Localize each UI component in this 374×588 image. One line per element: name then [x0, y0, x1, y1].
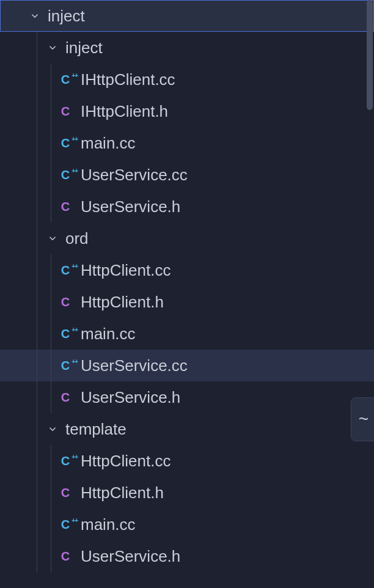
- cpp-file-icon: C: [56, 136, 75, 150]
- file-label: UserService.h: [81, 388, 180, 407]
- cpp-file-icon: C: [56, 327, 75, 341]
- tree-file[interactable]: C IHttpClient.h: [0, 95, 374, 127]
- chevron-down-icon[interactable]: [45, 40, 61, 56]
- tree-file[interactable]: C main.cc: [0, 509, 374, 540]
- tree-folder-inject[interactable]: inject: [0, 32, 374, 64]
- tree-file[interactable]: C IHttpClient.cc: [0, 64, 374, 95]
- file-label: HttpClient.h: [81, 483, 164, 502]
- tree-file[interactable]: C UserService.cc: [0, 159, 374, 191]
- cpp-file-icon: C: [56, 263, 75, 277]
- header-file-icon: C: [56, 549, 75, 564]
- file-label: UserService.h: [81, 197, 180, 216]
- folder-label: inject: [48, 7, 85, 26]
- folder-label: ord: [65, 229, 89, 248]
- folder-label: template: [65, 420, 127, 439]
- tree-file-current[interactable]: C UserService.cc: [0, 350, 374, 381]
- tree-file[interactable]: C HttpClient.cc: [0, 254, 374, 286]
- folder-label: inject: [65, 39, 103, 57]
- file-label: UserService.cc: [81, 166, 188, 185]
- file-label: IHttpClient.cc: [81, 70, 175, 89]
- header-file-icon: C: [56, 391, 75, 405]
- file-label: HttpClient.h: [81, 293, 164, 312]
- cpp-file-icon: C: [56, 518, 75, 532]
- tree-file[interactable]: C main.cc: [0, 318, 374, 350]
- header-file-icon: C: [56, 486, 75, 500]
- chevron-down-icon[interactable]: [45, 230, 61, 246]
- tree-file[interactable]: C main.cc: [0, 127, 374, 159]
- tree-folder-template[interactable]: template: [0, 413, 374, 445]
- file-label: IHttpClient.h: [81, 102, 168, 121]
- indent-guide: [37, 32, 37, 64]
- header-file-icon: C: [56, 200, 75, 214]
- cpp-file-icon: C: [56, 359, 75, 373]
- file-label: UserService.cc: [81, 356, 188, 375]
- header-file-icon: C: [56, 105, 75, 119]
- file-tree: inject inject C IHttpClient.cc C IHttpCl…: [0, 0, 374, 572]
- file-label: main.cc: [81, 134, 136, 153]
- tree-file[interactable]: C UserService.h: [0, 381, 374, 413]
- tree-file[interactable]: C UserService.h: [0, 540, 374, 572]
- file-label: UserService.h: [81, 547, 180, 566]
- side-widget-toggle[interactable]: ~: [351, 397, 374, 441]
- tree-file[interactable]: C UserService.h: [0, 191, 374, 222]
- tilde-icon: ~: [359, 410, 369, 429]
- chevron-down-icon[interactable]: [27, 8, 43, 24]
- cpp-file-icon: C: [56, 454, 75, 468]
- file-label: main.cc: [81, 515, 136, 534]
- tree-file[interactable]: C HttpClient.h: [0, 286, 374, 318]
- tree-file[interactable]: C HttpClient.h: [0, 477, 374, 509]
- cpp-file-icon: C: [56, 168, 75, 182]
- cpp-file-icon: C: [56, 73, 75, 87]
- header-file-icon: C: [56, 295, 75, 309]
- file-label: main.cc: [81, 325, 136, 344]
- chevron-down-icon[interactable]: [45, 421, 61, 437]
- file-label: HttpClient.cc: [81, 261, 170, 280]
- tree-folder-inject-root[interactable]: inject: [0, 0, 374, 32]
- tree-folder-ord[interactable]: ord: [0, 222, 374, 254]
- file-label: HttpClient.cc: [81, 452, 170, 471]
- scrollbar-vertical[interactable]: [365, 0, 374, 588]
- tree-file[interactable]: C HttpClient.cc: [0, 445, 374, 477]
